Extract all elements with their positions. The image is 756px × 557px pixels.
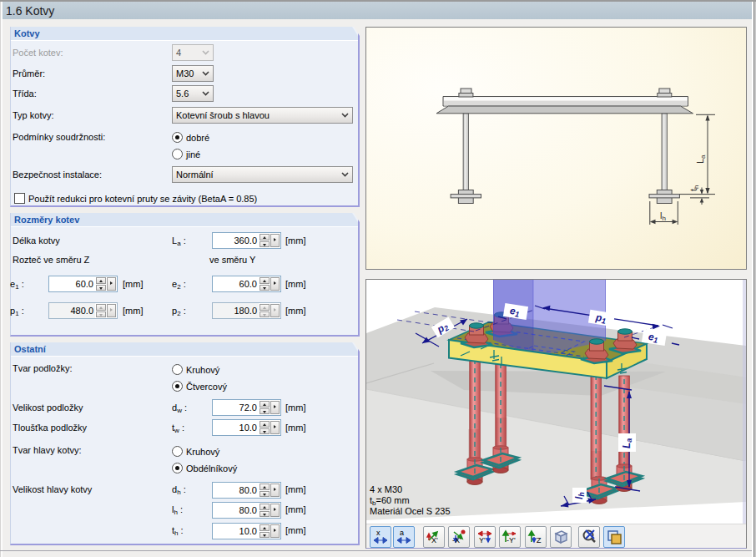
svg-text:tb=60 mm: tb=60 mm bbox=[370, 495, 410, 507]
svg-text:a: a bbox=[400, 529, 404, 537]
svg-text:x: x bbox=[376, 529, 381, 537]
svg-text:-X': -X' bbox=[452, 536, 461, 544]
svg-text:Materiál Ocel S 235: Materiál Ocel S 235 bbox=[370, 506, 451, 516]
svg-text:Y': Y' bbox=[479, 536, 486, 544]
svg-text:-Y': -Y' bbox=[507, 536, 516, 544]
svg-text:4 x M30: 4 x M30 bbox=[370, 484, 402, 494]
svg-text:X': X' bbox=[431, 536, 438, 544]
svg-text:Z: Z bbox=[537, 536, 542, 544]
